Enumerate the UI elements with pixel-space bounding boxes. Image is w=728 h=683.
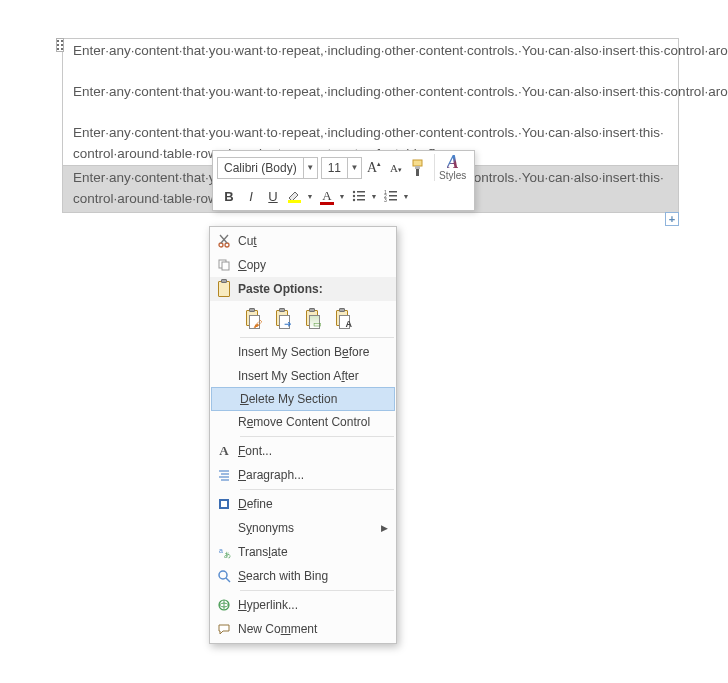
- menu-copy[interactable]: Copy: [210, 253, 396, 277]
- text-highlight-button[interactable]: [285, 185, 305, 207]
- shrink-font-button[interactable]: A▾: [386, 157, 406, 179]
- menu-remove-content-control[interactable]: Remove Content Control: [210, 410, 396, 434]
- styles-button[interactable]: A Styles: [434, 154, 470, 181]
- mini-toolbar: Calibri (Body) ▼ 11 ▼ A▴ A▾ A Styles B I…: [212, 150, 475, 211]
- cut-icon: [210, 234, 238, 248]
- svg-line-37: [226, 578, 230, 582]
- svg-text:a: a: [219, 547, 223, 554]
- menu-hyperlink[interactable]: Hyperlink...: [210, 593, 396, 617]
- styles-icon: A: [447, 154, 459, 170]
- svg-point-23: [225, 243, 229, 247]
- separator: [240, 337, 394, 338]
- grow-font-button[interactable]: A▴: [364, 157, 384, 179]
- menu-font[interactable]: A Font...: [210, 439, 396, 463]
- menu-paragraph[interactable]: Paragraph...: [210, 463, 396, 487]
- menu-search-bing[interactable]: Search with Bing: [210, 564, 396, 588]
- svg-rect-17: [389, 191, 397, 193]
- context-menu: Cut Copy Paste Options: 🖌 ➜ ▭ A Insert M…: [209, 226, 397, 644]
- menu-new-comment[interactable]: New Comment: [210, 617, 396, 641]
- svg-point-10: [353, 191, 355, 193]
- separator: [240, 489, 394, 490]
- control-handle[interactable]: [56, 38, 64, 52]
- paste-icon: [210, 279, 238, 299]
- copy-icon: [210, 258, 238, 272]
- font-size-combo[interactable]: 11 ▼: [321, 157, 362, 179]
- svg-rect-27: [222, 262, 229, 270]
- chevron-down-icon[interactable]: ▼: [337, 185, 347, 207]
- svg-rect-3: [61, 44, 63, 46]
- menu-define[interactable]: Define: [210, 492, 396, 516]
- svg-rect-6: [413, 160, 422, 166]
- underline-button[interactable]: U: [263, 185, 283, 207]
- submenu-arrow-icon: ▶: [374, 523, 388, 533]
- paste-keep-source-button[interactable]: 🖌: [240, 305, 264, 331]
- numbering-button[interactable]: 123: [381, 185, 401, 207]
- menu-translate[interactable]: aあ Translate: [210, 540, 396, 564]
- paragraph-text: Enter·any·content·that·you·want·to·repea…: [63, 39, 678, 64]
- svg-rect-9: [288, 200, 301, 203]
- chevron-down-icon[interactable]: ▼: [347, 158, 361, 178]
- paste-text-only-button[interactable]: A: [330, 305, 354, 331]
- font-color-button[interactable]: A: [317, 185, 337, 207]
- font-icon: A: [210, 443, 238, 459]
- paste-merge-button[interactable]: ➜: [270, 305, 294, 331]
- define-icon: [210, 497, 238, 511]
- menu-insert-after[interactable]: Insert My Section After: [210, 364, 396, 388]
- svg-line-24: [221, 235, 228, 243]
- bold-button[interactable]: B: [219, 185, 239, 207]
- svg-text:3: 3: [384, 197, 387, 203]
- svg-point-36: [219, 571, 227, 579]
- paragraph-icon: [210, 468, 238, 482]
- svg-rect-11: [357, 191, 365, 193]
- svg-rect-21: [389, 199, 397, 201]
- svg-rect-33: [221, 501, 227, 507]
- svg-rect-15: [357, 199, 365, 201]
- chevron-down-icon[interactable]: ▼: [369, 185, 379, 207]
- comment-icon: [210, 622, 238, 636]
- svg-rect-1: [61, 40, 63, 42]
- svg-point-12: [353, 195, 355, 197]
- paragraph-text: Enter·any·content·that·you·want·to·repea…: [63, 80, 678, 105]
- svg-point-14: [353, 199, 355, 201]
- chevron-down-icon[interactable]: ▼: [401, 185, 411, 207]
- bullets-button[interactable]: [349, 185, 369, 207]
- svg-text:あ: あ: [224, 551, 231, 559]
- svg-rect-8: [416, 169, 419, 176]
- svg-rect-5: [61, 48, 63, 50]
- paste-options-row: 🖌 ➜ ▭ A: [210, 301, 396, 335]
- svg-rect-13: [357, 195, 365, 197]
- font-name-combo[interactable]: Calibri (Body) ▼: [217, 157, 318, 179]
- separator: [240, 590, 394, 591]
- menu-paste-options-header: Paste Options:: [210, 277, 396, 301]
- menu-insert-before[interactable]: Insert My Section Before: [210, 340, 396, 364]
- search-icon: [210, 569, 238, 583]
- chevron-down-icon[interactable]: ▼: [305, 185, 315, 207]
- chevron-down-icon[interactable]: ▼: [303, 158, 317, 178]
- svg-line-25: [220, 235, 227, 243]
- paste-picture-button[interactable]: ▭: [300, 305, 324, 331]
- svg-rect-19: [389, 195, 397, 197]
- hyperlink-icon: [210, 598, 238, 612]
- format-painter-button[interactable]: [408, 157, 428, 179]
- separator: [240, 436, 394, 437]
- svg-rect-0: [57, 40, 59, 42]
- svg-rect-7: [415, 166, 420, 169]
- add-section-button[interactable]: +: [665, 212, 679, 226]
- menu-delete-section[interactable]: Delete My Section: [211, 387, 395, 411]
- svg-point-22: [219, 243, 223, 247]
- svg-rect-4: [57, 48, 59, 50]
- menu-synonyms[interactable]: Synonyms ▶: [210, 516, 396, 540]
- translate-icon: aあ: [210, 545, 238, 559]
- svg-rect-2: [57, 44, 59, 46]
- italic-button[interactable]: I: [241, 185, 261, 207]
- menu-cut[interactable]: Cut: [210, 229, 396, 253]
